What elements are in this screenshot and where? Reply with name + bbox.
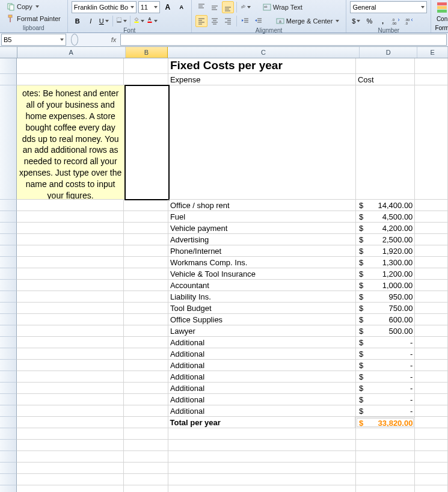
expense-cell[interactable]: Vehicle payment xyxy=(168,223,356,234)
cell[interactable] xyxy=(356,440,415,451)
cell[interactable] xyxy=(415,451,448,463)
expense-cell[interactable]: Additional xyxy=(168,348,356,360)
cell[interactable] xyxy=(415,85,448,200)
header-expense[interactable]: Expense xyxy=(168,74,356,85)
row-header[interactable] xyxy=(0,325,17,337)
cell[interactable] xyxy=(124,360,168,371)
cost-cell[interactable]: $1,200.00 xyxy=(356,268,415,280)
cell[interactable] xyxy=(356,463,415,474)
cost-cell[interactable]: $- xyxy=(356,337,415,348)
align-left-button[interactable] xyxy=(195,15,207,27)
grow-font-button[interactable]: A xyxy=(162,1,174,13)
cell[interactable] xyxy=(17,485,124,492)
cell[interactable] xyxy=(17,74,124,85)
align-top-button[interactable] xyxy=(195,1,207,13)
align-bottom-button[interactable] xyxy=(222,1,234,13)
cell[interactable] xyxy=(124,58,168,74)
row-header[interactable] xyxy=(0,428,17,440)
cell[interactable] xyxy=(17,280,124,291)
cost-cell[interactable]: $- xyxy=(356,405,415,417)
expense-cell[interactable]: Additional xyxy=(168,383,356,394)
decrease-indent-button[interactable] xyxy=(239,15,251,27)
cost-cell[interactable]: $1,000.00 xyxy=(356,280,415,291)
italic-button[interactable]: I xyxy=(85,15,97,27)
expense-cell[interactable]: Office Supplies xyxy=(168,314,356,325)
formula-input[interactable] xyxy=(120,34,447,46)
row-header[interactable] xyxy=(0,360,17,371)
cell[interactable] xyxy=(415,280,448,291)
cell[interactable] xyxy=(124,280,168,291)
col-header-E[interactable]: E xyxy=(417,47,448,58)
cell[interactable] xyxy=(17,291,124,303)
fill-color-button[interactable] xyxy=(133,15,145,27)
cell[interactable] xyxy=(124,451,168,463)
cost-cell[interactable]: $2,500.00 xyxy=(356,234,415,245)
row-header[interactable] xyxy=(0,348,17,360)
total-label-cell[interactable]: Total per year xyxy=(168,417,356,428)
col-header-D[interactable]: D xyxy=(360,47,417,58)
bold-button[interactable]: B xyxy=(72,15,84,27)
grid[interactable]: Fixed Costs per yearExpenseCostotes: Be … xyxy=(0,58,448,492)
cell[interactable] xyxy=(124,268,168,280)
cost-cell[interactable]: $- xyxy=(356,371,415,383)
align-right-button[interactable] xyxy=(222,15,234,27)
row-header[interactable] xyxy=(0,245,17,257)
expense-cell[interactable]: Fuel xyxy=(168,211,356,223)
row-header[interactable] xyxy=(0,383,17,394)
cell[interactable] xyxy=(17,257,124,268)
cell[interactable] xyxy=(168,474,356,485)
cell[interactable] xyxy=(415,360,448,371)
row-header[interactable] xyxy=(0,85,17,200)
cell[interactable] xyxy=(415,371,448,383)
cell[interactable] xyxy=(124,371,168,383)
cell[interactable] xyxy=(17,417,124,428)
expense-cell[interactable]: Office / shop rent xyxy=(168,200,356,211)
row-header[interactable] xyxy=(0,440,17,451)
cost-cell[interactable]: $1,920.00 xyxy=(356,245,415,257)
orientation-button[interactable]: ab xyxy=(239,1,251,13)
expense-cell[interactable]: Additional xyxy=(168,394,356,405)
cell[interactable] xyxy=(356,58,415,74)
underline-button[interactable]: U xyxy=(98,15,110,27)
cell[interactable] xyxy=(124,394,168,405)
note-cell[interactable]: otes: Be honest and enter all of your bu… xyxy=(17,85,125,200)
cell[interactable] xyxy=(17,405,124,417)
row-header[interactable] xyxy=(0,463,17,474)
cell[interactable] xyxy=(356,474,415,485)
cell[interactable] xyxy=(415,223,448,234)
font-color-button[interactable]: A xyxy=(146,15,158,27)
row-header[interactable] xyxy=(0,291,17,303)
col-header-B[interactable]: B xyxy=(126,47,168,58)
fx-icon[interactable]: fx xyxy=(108,36,119,43)
cell[interactable] xyxy=(124,485,168,492)
cell[interactable] xyxy=(415,257,448,268)
cell[interactable] xyxy=(124,417,168,428)
increase-indent-button[interactable] xyxy=(253,15,265,27)
merge-center-button[interactable]: a Merge & Center xyxy=(273,16,343,26)
cell[interactable] xyxy=(124,325,168,337)
cell[interactable] xyxy=(415,303,448,314)
row-header[interactable] xyxy=(0,303,17,314)
col-header-A[interactable]: A xyxy=(17,47,126,58)
borders-button[interactable] xyxy=(115,15,127,27)
row-header[interactable] xyxy=(0,485,17,492)
col-header-C[interactable]: C xyxy=(168,47,360,58)
select-all-corner[interactable] xyxy=(0,47,17,58)
cost-cell[interactable]: $4,200.00 xyxy=(356,223,415,234)
cell[interactable] xyxy=(124,211,168,223)
row-header[interactable] xyxy=(0,394,17,405)
cell[interactable] xyxy=(168,451,356,463)
expense-cell[interactable]: Vehicle & Tool Insurance xyxy=(168,268,356,280)
cell[interactable] xyxy=(17,314,124,325)
row-header[interactable] xyxy=(0,74,17,85)
expense-cell[interactable]: Workmans Comp. Ins. xyxy=(168,257,356,268)
cell[interactable] xyxy=(17,371,124,383)
cell[interactable] xyxy=(356,485,415,492)
cost-cell[interactable]: $1,300.00 xyxy=(356,257,415,268)
cell[interactable] xyxy=(124,383,168,394)
title-cell[interactable]: Fixed Costs per year xyxy=(168,58,356,74)
cell[interactable] xyxy=(356,85,415,200)
expense-cell[interactable]: Lawyer xyxy=(168,325,356,337)
cell[interactable] xyxy=(124,337,168,348)
expense-cell[interactable]: Additional xyxy=(168,360,356,371)
